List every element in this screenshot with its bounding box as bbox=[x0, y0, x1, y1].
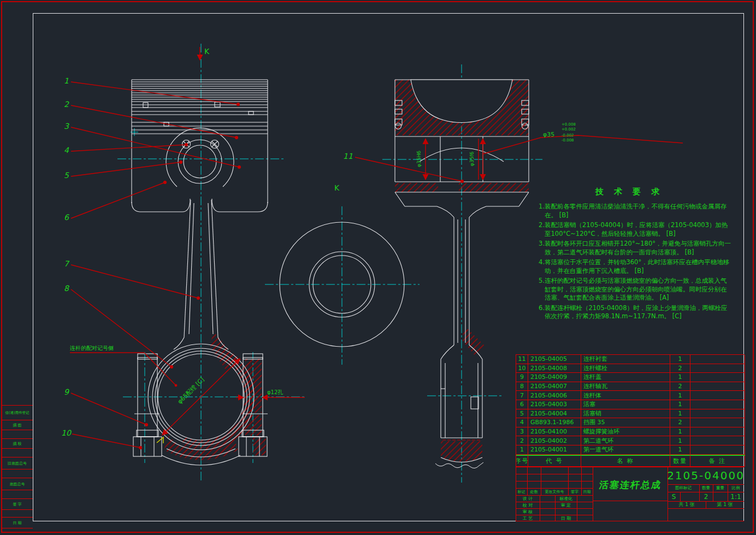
balloon-7: 7 bbox=[64, 259, 70, 268]
part-qty: 1 bbox=[670, 409, 690, 419]
part-name: 第二道气环 bbox=[581, 436, 670, 445]
part-qty: 2 bbox=[670, 364, 690, 373]
pin-fit-right-dim: φ35f6 bbox=[469, 152, 475, 167]
tech-item-1: 1.装配前各零件应用清洁柴油清洗干净，不得有任何污物或金属屑存在。 [B] bbox=[539, 203, 731, 219]
part-no: 6 bbox=[516, 400, 528, 409]
stamp-header-scale: 比例 bbox=[728, 484, 744, 492]
part-qty: 2 bbox=[670, 418, 690, 427]
balloon-4: 4 bbox=[64, 146, 69, 154]
sheet-total: 共 1 张 bbox=[668, 501, 706, 508]
strip-blank bbox=[2, 430, 33, 439]
part-no: 9 bbox=[516, 373, 528, 382]
part-remark bbox=[690, 427, 745, 437]
rev-header-date: 日期 bbox=[581, 488, 593, 495]
strip-date: 日 期 bbox=[2, 518, 33, 528]
tech-requirements-title: 技 术 要 求 bbox=[539, 187, 731, 197]
part-name: 活塞销 bbox=[581, 409, 670, 419]
balloon-5: 5 bbox=[64, 171, 69, 180]
rev-header-docno: 更改文件号 bbox=[541, 488, 568, 495]
tech-item-6: 6.装配连杆螺栓（2105-04008）时，应涂上少量润滑油，两螺栓应依次拧紧，… bbox=[539, 304, 731, 321]
part-name: 连杆轴瓦 bbox=[581, 382, 670, 391]
bolt-hole-note: φ12孔 bbox=[267, 389, 283, 395]
sign-standard: 标准化 bbox=[555, 495, 577, 502]
part-code: 2105-04009 bbox=[528, 373, 581, 382]
part-remark bbox=[690, 445, 745, 455]
rev-header-count: 处数 bbox=[527, 488, 541, 495]
balloon-numbers: 1 2 3 4 5 6 7 8 9 10 11 bbox=[61, 76, 353, 437]
part-no: 2 bbox=[516, 436, 528, 445]
part-no: 3 bbox=[516, 427, 528, 437]
part-remark bbox=[690, 436, 745, 445]
part-qty: 1 bbox=[670, 427, 690, 437]
title-block: 标记 处数 更改文件号 签字 日期 设 计 标准化 校 对 审 定 审 核 工 … bbox=[516, 467, 745, 521]
pin-tol-1: +0.008 bbox=[562, 122, 576, 127]
part-no: 1 bbox=[516, 445, 528, 455]
strip-blank bbox=[2, 449, 33, 457]
strip-old-master-no: 旧底图总号 bbox=[2, 457, 33, 469]
part-qty: 1 bbox=[670, 355, 690, 364]
strip-blank bbox=[2, 490, 33, 499]
strip-trace: 描 图 bbox=[2, 420, 33, 430]
part-name: 活塞 bbox=[581, 400, 670, 409]
col-header-index: 序号 bbox=[516, 455, 528, 467]
part-no: 10 bbox=[516, 364, 528, 373]
pin-tol-2: +0.002 bbox=[562, 127, 576, 132]
part-remark bbox=[690, 382, 745, 391]
weld-mark-yellow bbox=[157, 437, 163, 443]
col-header-code: 代 号 bbox=[528, 455, 581, 467]
col-header-qty: 数量 bbox=[670, 455, 690, 467]
part-code: 2105-04003 bbox=[528, 400, 581, 409]
sign-audit: 审 核 bbox=[516, 508, 540, 515]
sign-process: 工 艺 bbox=[516, 515, 540, 521]
part-qty: 2 bbox=[670, 382, 690, 391]
rev-header-sign: 签字 bbox=[568, 488, 581, 495]
part-code: 2105-04006 bbox=[528, 391, 581, 400]
part-remark bbox=[690, 409, 745, 419]
part-qty: 1 bbox=[670, 400, 690, 409]
part-code: 2105-04100 bbox=[528, 427, 581, 437]
part-code: 2105-04001 bbox=[528, 445, 581, 455]
strip-blank bbox=[2, 510, 33, 518]
part-remark bbox=[690, 364, 745, 373]
part-name: 连杆衬套 bbox=[581, 355, 670, 364]
balloon-3: 3 bbox=[64, 122, 69, 130]
part-code: GB893.1-1986 bbox=[528, 418, 581, 427]
product-name: 活塞连杆总成 bbox=[592, 471, 668, 498]
pin-tol-3: -0.002 bbox=[562, 133, 574, 138]
balloon-9: 9 bbox=[64, 388, 69, 396]
part-code: 2105-04008 bbox=[528, 364, 581, 373]
rev-header-mark: 标记 bbox=[516, 488, 527, 495]
part-remark bbox=[690, 418, 745, 427]
pair-mark-note: 连杆的配对记号侧 bbox=[70, 345, 114, 351]
strip-master-no: 底图总号 bbox=[2, 478, 33, 490]
balloon-11: 11 bbox=[343, 152, 353, 160]
balloon-2: 2 bbox=[64, 100, 69, 109]
parts-list-table: 11 2105-04005 连杆衬套 1 10 2105-04008 连杆螺栓 … bbox=[516, 354, 745, 467]
part-name: 连杆盖 bbox=[581, 373, 670, 382]
part-name: 连杆体 bbox=[581, 391, 670, 400]
sign-date: 日 期 bbox=[555, 515, 577, 521]
part-remark bbox=[690, 373, 745, 382]
part-qty: 1 bbox=[670, 391, 690, 400]
k-view-label: K bbox=[334, 183, 340, 192]
sign-design: 设 计 bbox=[516, 495, 540, 502]
drawing-number: 2105-04000 bbox=[668, 468, 744, 483]
part-no: 11 bbox=[516, 355, 528, 364]
strip-header: 借(通)用件登记 bbox=[2, 406, 33, 420]
col-header-name: 名 称 bbox=[581, 455, 670, 467]
pin-dia-dim: φ35 bbox=[543, 131, 554, 138]
technical-requirements: 技 术 要 求 1.装配前各零件应用清洁柴油清洗干净，不得有任何污物或金属屑存在… bbox=[539, 187, 731, 323]
part-no: 4 bbox=[516, 418, 528, 427]
balloon-1: 1 bbox=[64, 76, 69, 85]
k-arrow-label: K bbox=[204, 47, 210, 56]
tech-item-3: 3.装配时各环开口应互相错开120°~180°，并避免与活塞销孔方向一致，第二道… bbox=[539, 240, 731, 257]
stamp-header-mark: 图样标记 bbox=[668, 484, 699, 492]
tech-item-5: 5.连杆的配对记号必须与活塞顶燃烧室的偏心方向一致，总成装入气缸套时，活塞顶燃烧… bbox=[539, 277, 731, 302]
part-remark bbox=[690, 391, 745, 400]
stamp-scale-value: 1:1 bbox=[728, 492, 744, 501]
sign-approve: 审 定 bbox=[555, 502, 577, 508]
balloon-10: 10 bbox=[61, 429, 72, 437]
part-code: 2105-04004 bbox=[528, 409, 581, 419]
stamp-header-weight: 重量 bbox=[713, 484, 728, 492]
col-header-remark: 备 注 bbox=[690, 455, 745, 467]
